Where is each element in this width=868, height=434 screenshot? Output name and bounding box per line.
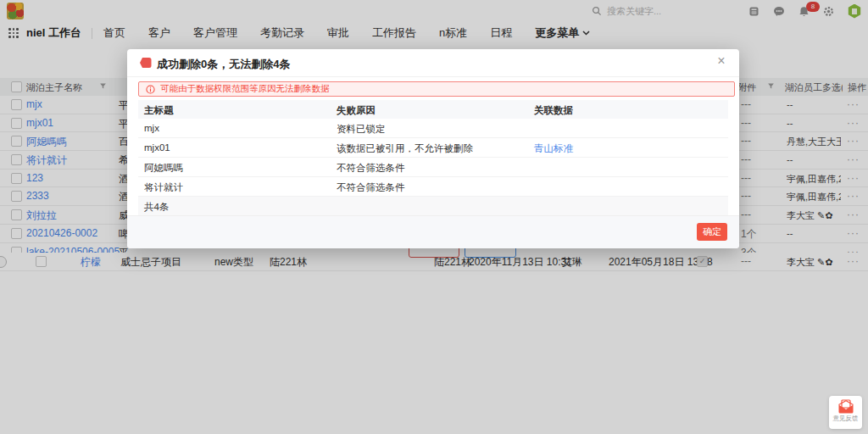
failure-table: 主标题 失败原因 关联数据 mjx 资料已锁定 mjx01 该数据已被引用，不允…: [138, 100, 728, 215]
col-main-title: 主标题: [144, 104, 174, 117]
feedback-envelope-icon: [829, 396, 862, 414]
delete-result-icon: [139, 57, 152, 69]
failure-row: 阿媳嗎嗎 不符合筛选条件: [138, 158, 728, 177]
modal-header: 成功删除0条，无法删除4条 ×: [127, 49, 739, 77]
permission-alert: 可能由于数据权限范围等原因无法删除数据: [138, 81, 735, 97]
failure-title: 将计就计: [144, 181, 183, 194]
failure-row: mjx 资料已锁定: [138, 119, 728, 138]
failure-reason: 资料已锁定: [337, 123, 386, 136]
failure-reason: 不符合筛选条件: [337, 162, 405, 175]
delete-result-modal: 成功删除0条，无法删除4条 × 可能由于数据权限范围等原因无法删除数据 主标题 …: [127, 49, 739, 248]
failure-reason: 该数据已被引用，不允许被删除: [337, 142, 473, 155]
summary-row: 共4条: [138, 197, 728, 215]
related-data-link[interactable]: 青山标准: [534, 142, 573, 155]
failure-row: mjx01 该数据已被引用，不允许被删除 青山标准: [138, 138, 728, 158]
failure-title: mjx01: [144, 142, 170, 153]
feedback-label: 意见反馈: [829, 415, 862, 423]
modal-title: 成功删除0条，无法删除4条: [157, 57, 290, 72]
failure-reason: 不符合筛选条件: [337, 181, 405, 194]
feedback-widget[interactable]: 意见反馈: [829, 396, 862, 429]
failure-row: 将计就计 不符合筛选条件: [138, 177, 728, 197]
failure-title: mjx: [144, 123, 159, 133]
failure-table-header: 主标题 失败原因 关联数据: [138, 100, 728, 119]
failure-table-body: mjx 资料已锁定 mjx01 该数据已被引用，不允许被删除 青山标准 阿媳嗎嗎…: [138, 119, 728, 197]
total-count: 共4条: [144, 201, 169, 214]
close-icon[interactable]: ×: [714, 53, 729, 69]
failure-title: 阿媳嗎嗎: [144, 162, 183, 175]
modal-footer: 确定: [127, 215, 739, 248]
alert-text: 可能由于数据权限范围等原因无法删除数据: [160, 83, 330, 95]
col-fail-reason: 失败原因: [337, 104, 376, 117]
confirm-button[interactable]: 确定: [697, 223, 727, 241]
info-circle-icon: [146, 85, 155, 94]
app-window: 搜索关键字... 8 niel 工作台 首页客户客户管理考勤记录审批工作报告n标…: [0, 0, 868, 434]
col-related-data: 关联数据: [534, 104, 573, 117]
